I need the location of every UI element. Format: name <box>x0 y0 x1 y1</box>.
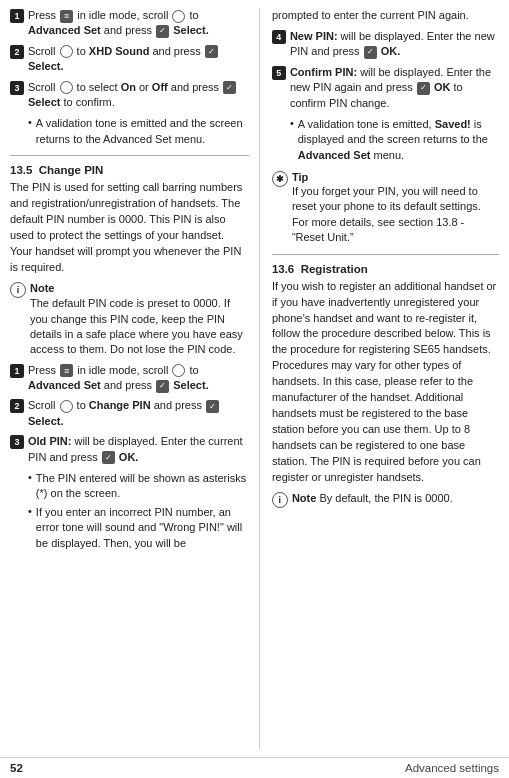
nav-icon <box>60 81 73 94</box>
section-number: 13.5 <box>10 164 32 176</box>
footer: 52 Advanced settings <box>0 757 509 778</box>
section-divider <box>10 155 249 156</box>
nav-icon <box>172 10 185 23</box>
note-box: i Note By default, the PIN is 0000. <box>272 491 499 508</box>
right-column: prompted to enter the current PIN again.… <box>260 8 499 749</box>
step-item: 1 Press in idle mode, scroll to Advanced… <box>10 8 249 39</box>
bullet-dot: • <box>28 505 32 517</box>
note-label: Note <box>292 492 316 504</box>
change-pin-steps: 1 Press in idle mode, scroll to Advanced… <box>10 363 249 465</box>
ok-icon <box>102 451 115 464</box>
step-item: 5 Confirm PIN: will be displayed. Enter … <box>272 65 499 111</box>
step-text: Old PIN: will be displayed. Enter the cu… <box>28 434 249 465</box>
bullet-dot: • <box>290 117 294 129</box>
section-registration-body: If you wish to register an additional ha… <box>272 279 499 486</box>
note-label: Note <box>30 282 54 294</box>
section-title: Change PIN <box>39 164 104 176</box>
ok-icon <box>223 81 236 94</box>
section-registration-header: 13.6 Registration <box>272 263 499 275</box>
step-item: 1 Press in idle mode, scroll to Advanced… <box>10 363 249 394</box>
menu-icon <box>60 364 73 377</box>
note-icon: i <box>272 492 288 508</box>
ok-icon <box>156 380 169 393</box>
step-text: Press in idle mode, scroll to Advanced S… <box>28 8 249 39</box>
section-divider <box>272 254 499 255</box>
tip-box: ✱ Tip If you forget your PIN, you will n… <box>272 171 499 246</box>
step-text: Press in idle mode, scroll to Advanced S… <box>28 363 249 394</box>
footer-section-label: Advanced settings <box>405 762 499 774</box>
section-number: 13.6 <box>272 263 294 275</box>
step-text: Scroll to select On or Off and press Sel… <box>28 80 249 111</box>
bullet-text: The PIN entered will be shown as asteris… <box>36 471 249 502</box>
bullet-item: • If you enter an incorrect PIN number, … <box>28 505 249 551</box>
tip-icon: ✱ <box>272 171 288 187</box>
tip-text: If you forget your PIN, you will need to… <box>292 184 499 246</box>
step-number: 3 <box>10 435 24 449</box>
step-text: Scroll to XHD Sound and press Select. <box>28 44 249 75</box>
note-text: NoteThe default PIN code is preset to 00… <box>30 281 249 358</box>
nav-icon <box>172 364 185 377</box>
step-text: Confirm PIN: will be displayed. Enter th… <box>290 65 499 111</box>
bullet-item: • A validation tone is emitted, Saved! i… <box>290 117 499 163</box>
right-intro-text: prompted to enter the current PIN again. <box>272 8 499 24</box>
section-change-pin-body: The PIN is used for setting call barring… <box>10 180 249 276</box>
step-item: 3 Old PIN: will be displayed. Enter the … <box>10 434 249 465</box>
bullet-text: A validation tone is emitted, Saved! is … <box>298 117 499 163</box>
step-number: 4 <box>272 30 286 44</box>
ok-icon <box>417 82 430 95</box>
nav-icon <box>60 400 73 413</box>
ok-icon <box>364 46 377 59</box>
content-area: 1 Press in idle mode, scroll to Advanced… <box>0 0 509 757</box>
bullet-text: A validation tone is emitted and the scr… <box>36 116 249 147</box>
step-number: 3 <box>10 81 24 95</box>
step-item: 2 Scroll to Change PIN and press Select. <box>10 398 249 429</box>
intro-steps: 1 Press in idle mode, scroll to Advanced… <box>10 8 249 110</box>
step-text: New PIN: will be displayed. Enter the ne… <box>290 29 499 60</box>
ok-icon <box>206 400 219 413</box>
bullet-item: • A validation tone is emitted and the s… <box>28 116 249 147</box>
bullet-dot: • <box>28 116 32 128</box>
section-change-pin-header: 13.5 Change PIN <box>10 164 249 176</box>
menu-icon <box>60 10 73 23</box>
page: 1 Press in idle mode, scroll to Advanced… <box>0 0 509 778</box>
note-icon: i <box>10 282 26 298</box>
ok-icon <box>205 45 218 58</box>
tip-label: Tip <box>292 171 308 183</box>
note-text: Note By default, the PIN is 0000. <box>292 491 453 506</box>
step-item: 3 Scroll to select On or Off and press S… <box>10 80 249 111</box>
step-number: 2 <box>10 45 24 59</box>
step-number: 5 <box>272 66 286 80</box>
nav-icon <box>60 45 73 58</box>
step-number: 1 <box>10 9 24 23</box>
tip-content: Tip If you forget your PIN, you will nee… <box>292 171 499 246</box>
bullet-item: • The PIN entered will be shown as aster… <box>28 471 249 502</box>
bullet-text: If you enter an incorrect PIN number, an… <box>36 505 249 551</box>
step-item: 2 Scroll to XHD Sound and press Select. <box>10 44 249 75</box>
step-item: 4 New PIN: will be displayed. Enter the … <box>272 29 499 60</box>
left-column: 1 Press in idle mode, scroll to Advanced… <box>10 8 260 749</box>
note-box: i NoteThe default PIN code is preset to … <box>10 281 249 358</box>
note-body: The default PIN code is preset to 0000. … <box>30 297 243 355</box>
step-text: Scroll to Change PIN and press Select. <box>28 398 249 429</box>
bullet-dot: • <box>28 471 32 483</box>
note-body: By default, the PIN is 0000. <box>319 492 452 504</box>
step-number: 2 <box>10 399 24 413</box>
right-steps: 4 New PIN: will be displayed. Enter the … <box>272 29 499 111</box>
footer-page-number: 52 <box>10 762 23 774</box>
step-number: 1 <box>10 364 24 378</box>
ok-icon <box>156 25 169 38</box>
section-title: Registration <box>301 263 368 275</box>
